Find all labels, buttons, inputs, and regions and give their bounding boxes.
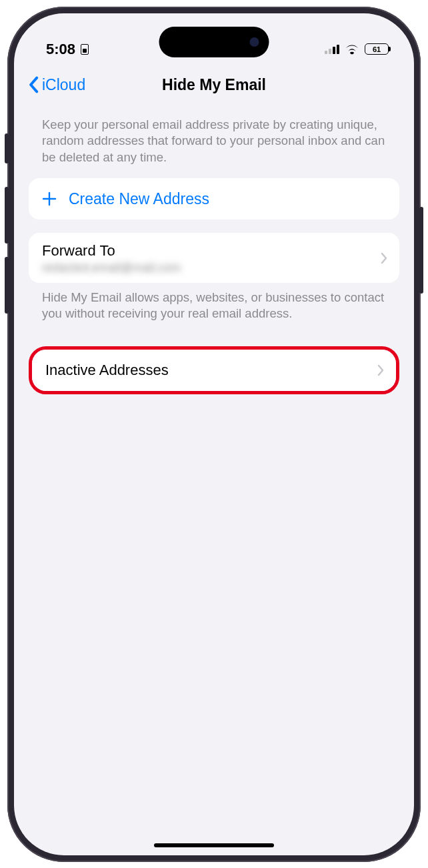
- chevron-right-icon: [381, 252, 387, 264]
- inactive-addresses-button[interactable]: Inactive Addresses: [32, 350, 396, 391]
- chevron-right-icon: [377, 364, 384, 376]
- forward-to-value: redacted.email@mail.com: [42, 261, 181, 275]
- wifi-icon: [345, 43, 359, 55]
- status-time: 5:08: [46, 41, 75, 58]
- orientation-lock-icon: [81, 44, 89, 55]
- side-button: [5, 187, 9, 244]
- inactive-label: Inactive Addresses: [45, 362, 169, 379]
- back-button[interactable]: iCloud: [27, 76, 85, 94]
- chevron-left-icon: [27, 76, 39, 93]
- plus-icon: [42, 191, 57, 206]
- phone-frame: 5:08 61 iCloud: [7, 7, 421, 862]
- highlight-annotation: Inactive Addresses: [29, 346, 399, 394]
- battery-icon: 61: [365, 43, 389, 55]
- back-label: iCloud: [42, 76, 85, 94]
- create-label: Create New Address: [69, 190, 209, 208]
- side-button: [5, 133, 9, 163]
- battery-level: 61: [373, 45, 381, 53]
- create-new-address-button[interactable]: Create New Address: [29, 178, 399, 220]
- cellular-icon: [325, 45, 339, 54]
- side-button: [5, 257, 9, 314]
- dynamic-island: [159, 27, 269, 57]
- home-indicator[interactable]: [154, 843, 274, 847]
- page-title: Hide My Email: [162, 76, 266, 94]
- nav-bar: iCloud Hide My Email: [14, 67, 414, 103]
- side-button: [419, 207, 423, 294]
- forward-footer-text: Hide My Email allows apps, websites, or …: [29, 283, 399, 322]
- intro-text: Keep your personal email address private…: [29, 117, 399, 179]
- forward-to-label: Forward To: [42, 242, 115, 260]
- forward-to-button[interactable]: Forward To redacted.email@mail.com: [29, 233, 399, 283]
